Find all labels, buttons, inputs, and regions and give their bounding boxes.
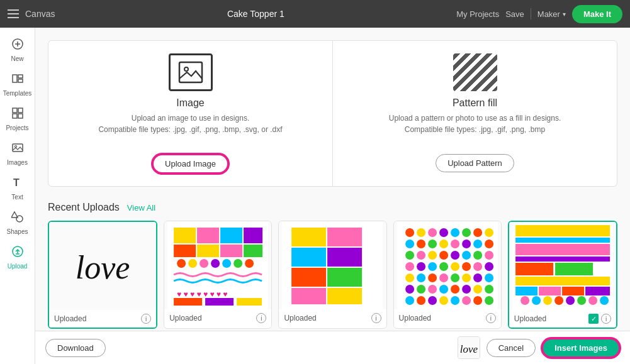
- info-icon-4[interactable]: i: [486, 313, 496, 323]
- svg-point-35: [222, 259, 231, 268]
- svg-rect-116: [515, 287, 537, 295]
- svg-point-96: [451, 285, 459, 294]
- svg-point-105: [462, 296, 471, 305]
- svg-rect-8: [13, 114, 17, 118]
- pattern-option-compatible: Compatible file types: .jpg, .gif, .png,…: [346, 124, 604, 135]
- svg-point-19: [184, 67, 188, 71]
- download-button[interactable]: Download: [45, 339, 106, 357]
- image-grid: love Uploaded i: [48, 221, 617, 329]
- projects-icon: [11, 107, 24, 123]
- sidebar: New Templates Projects: [0, 28, 35, 364]
- insert-images-button[interactable]: Insert Images: [542, 338, 620, 358]
- sidebar-item-templates[interactable]: Templates: [0, 67, 35, 102]
- svg-rect-27: [174, 245, 196, 257]
- svg-rect-25: [220, 228, 242, 243]
- topbar: Canvas Cake Topper 1 My Projects Save Ma…: [0, 0, 630, 28]
- svg-point-68: [405, 251, 414, 260]
- svg-rect-18: [179, 62, 202, 82]
- info-icon-5[interactable]: i: [601, 314, 611, 324]
- svg-marker-14: [11, 212, 18, 218]
- svg-point-87: [439, 273, 448, 282]
- svg-point-54: [428, 228, 437, 237]
- maker-dropdown[interactable]: Maker ▾: [537, 9, 566, 19]
- svg-point-103: [439, 296, 448, 305]
- svg-point-127: [600, 296, 609, 305]
- svg-point-74: [473, 251, 482, 260]
- svg-point-86: [428, 273, 437, 282]
- svg-rect-115: [515, 277, 610, 285]
- svg-point-94: [428, 285, 437, 294]
- upload-image-button[interactable]: Upload Image: [152, 154, 228, 174]
- sidebar-item-text[interactable]: T Text: [0, 171, 35, 206]
- svg-rect-119: [585, 287, 610, 295]
- svg-point-85: [417, 273, 425, 282]
- svg-rect-109: [515, 225, 610, 236]
- svg-rect-111: [515, 244, 610, 255]
- svg-rect-24: [197, 228, 219, 243]
- svg-rect-26: [244, 228, 262, 243]
- svg-point-107: [485, 296, 493, 305]
- save-link[interactable]: Save: [505, 9, 524, 19]
- svg-rect-3: [13, 75, 17, 82]
- svg-rect-39: [174, 298, 202, 306]
- svg-rect-5: [18, 79, 23, 82]
- text-icon: T: [11, 176, 24, 192]
- sidebar-item-new[interactable]: New: [0, 33, 35, 67]
- sidebar-item-projects[interactable]: Projects: [0, 102, 35, 136]
- info-icon-3[interactable]: i: [371, 313, 381, 323]
- svg-rect-29: [220, 245, 242, 257]
- image-option-description: Upload an image to use in designs.: [61, 113, 320, 124]
- svg-text:♥ ♥ ♥ ♥ ♥ ♥ ♥ ♥: ♥ ♥ ♥ ♥ ♥ ♥ ♥ ♥: [177, 290, 227, 299]
- info-icon-1[interactable]: i: [141, 314, 151, 324]
- template-icon: [11, 72, 24, 88]
- svg-point-90: [473, 273, 482, 282]
- make-it-button[interactable]: Make It: [572, 5, 622, 23]
- svg-rect-113: [515, 263, 553, 275]
- svg-point-36: [233, 259, 242, 268]
- upload-pattern-button[interactable]: Upload Pattern: [436, 154, 514, 172]
- check-icon-5[interactable]: ✓: [588, 314, 599, 324]
- recent-uploads-title: Recent Uploads: [48, 202, 120, 213]
- svg-point-58: [473, 228, 482, 237]
- svg-rect-43: [292, 228, 327, 246]
- image-card-5[interactable]: Uploaded ✓ i: [508, 221, 617, 329]
- svg-point-104: [451, 296, 459, 305]
- sidebar-label-upload: Upload: [8, 263, 28, 270]
- svg-point-52: [405, 228, 414, 237]
- sidebar-item-shapes[interactable]: Shapes: [0, 206, 35, 240]
- svg-rect-44: [328, 228, 363, 246]
- svg-point-88: [451, 273, 459, 282]
- image-card-3[interactable]: Uploaded i: [278, 221, 386, 329]
- bottom-thumbnail: love: [458, 336, 480, 359]
- view-all-link[interactable]: View All: [127, 203, 155, 212]
- svg-point-62: [428, 240, 437, 248]
- sidebar-label-text: Text: [11, 194, 23, 201]
- sidebar-label-images: Images: [7, 159, 28, 166]
- image-card-2[interactable]: ♥ ♥ ♥ ♥ ♥ ♥ ♥ ♥ Uploaded i: [164, 221, 272, 329]
- sidebar-item-images[interactable]: Images: [0, 136, 35, 171]
- image-label-3: Uploaded: [284, 314, 316, 323]
- svg-point-95: [439, 285, 448, 294]
- recent-uploads-header: Recent Uploads View All: [48, 202, 617, 213]
- svg-point-123: [554, 296, 563, 305]
- upload-options: Image Upload an image to use in designs.…: [48, 40, 617, 187]
- image-footer-4: Uploaded i: [394, 309, 501, 327]
- info-icon-2[interactable]: i: [256, 313, 266, 323]
- svg-point-31: [177, 259, 186, 268]
- my-projects-link[interactable]: My Projects: [456, 9, 499, 19]
- bottom-right: love Cancel Insert Images: [458, 336, 620, 359]
- svg-rect-40: [205, 298, 233, 306]
- cancel-button[interactable]: Cancel: [487, 339, 536, 357]
- hamburger-menu[interactable]: [8, 9, 19, 18]
- image-footer-5: Uploaded ✓ i: [509, 310, 616, 328]
- sidebar-label-projects: Projects: [6, 124, 28, 131]
- sidebar-item-upload[interactable]: Upload: [0, 240, 35, 275]
- pattern-upload-icon-box: [453, 53, 497, 91]
- svg-point-33: [200, 259, 208, 268]
- svg-point-89: [462, 273, 471, 282]
- svg-text:love: love: [460, 343, 478, 355]
- svg-point-122: [543, 296, 552, 305]
- image-card-1[interactable]: love Uploaded i: [48, 221, 157, 329]
- image-card-4[interactable]: Uploaded i: [393, 221, 502, 329]
- svg-point-97: [462, 285, 471, 294]
